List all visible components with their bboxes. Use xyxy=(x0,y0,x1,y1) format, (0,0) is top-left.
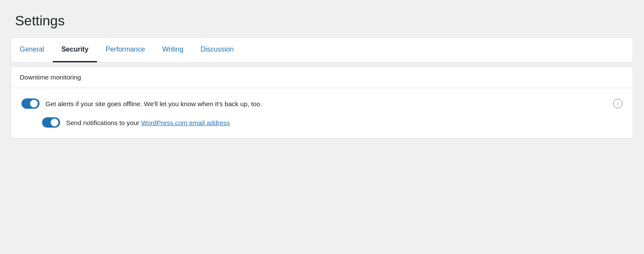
tabs-card: General Security Performance Writing Dis… xyxy=(11,37,633,63)
tab-writing[interactable]: Writing xyxy=(154,38,192,62)
tab-discussion[interactable]: Discussion xyxy=(192,38,242,62)
wordpress-email-link[interactable]: WordPress.com email address xyxy=(141,119,230,126)
tabs-nav: General Security Performance Writing Dis… xyxy=(11,38,633,62)
toggle-slider-1[interactable] xyxy=(21,98,39,109)
notifications-email-prefix: Send notifications to your xyxy=(66,119,141,126)
content-card: Downtime monitoring Get alerts if your s… xyxy=(11,66,633,138)
tab-performance[interactable]: Performance xyxy=(97,38,154,62)
info-icon[interactable]: i xyxy=(613,99,623,108)
downtime-alerts-label: Get alerts if your site goes offline. We… xyxy=(46,100,613,107)
downtime-alerts-row: Get alerts if your site goes offline. We… xyxy=(21,98,623,109)
notifications-email-label: Send notifications to your WordPress.com… xyxy=(66,119,623,126)
notifications-email-toggle[interactable] xyxy=(42,117,60,128)
section-header: Downtime monitoring xyxy=(11,67,633,88)
section-body: Get alerts if your site goes offline. We… xyxy=(11,88,633,138)
notifications-email-row: Send notifications to your WordPress.com… xyxy=(42,117,623,128)
tab-general[interactable]: General xyxy=(20,38,53,62)
downtime-alerts-toggle[interactable] xyxy=(21,98,39,109)
toggle-slider-2[interactable] xyxy=(42,117,60,128)
settings-container: Settings General Security Performance Wr… xyxy=(11,13,633,138)
page-title: Settings xyxy=(11,13,633,29)
tab-security[interactable]: Security xyxy=(53,38,97,62)
